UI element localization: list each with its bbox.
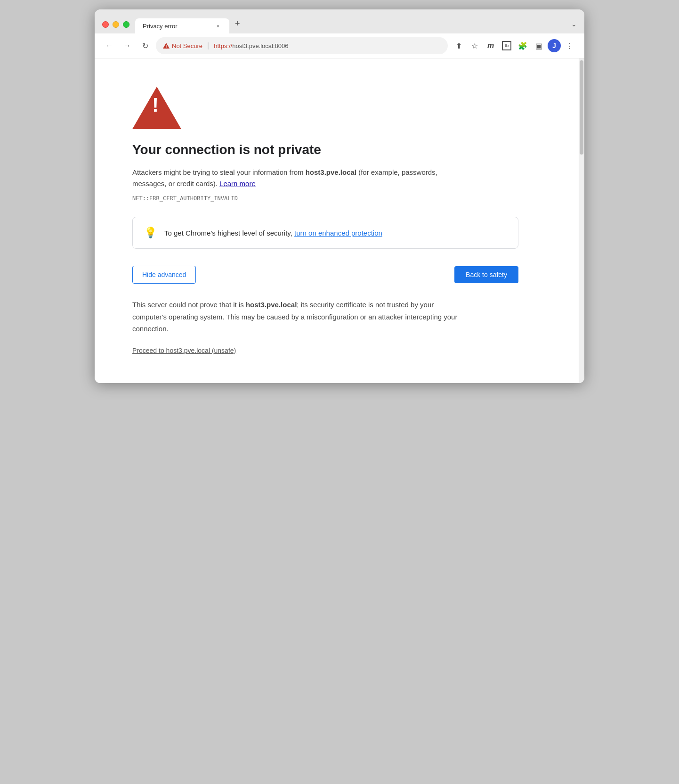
error-desc-prefix: Attackers might be trying to steal your …: [132, 168, 306, 176]
profile-avatar[interactable]: J: [548, 39, 561, 52]
lightbulb-icon: 💡: [144, 227, 157, 239]
security-tip-box: 💡 To get Chrome's highest level of secur…: [132, 217, 518, 249]
tb-icon: tb: [502, 41, 511, 50]
bookmark-icon: ☆: [471, 41, 478, 50]
navigation-bar: ← → ↻ ! Not Secure | https://host3.pve.l…: [95, 33, 584, 58]
page-content: Your connection is not private Attackers…: [95, 58, 584, 383]
sidebar-icon: ▣: [535, 41, 542, 50]
extensions-button[interactable]: 🧩: [516, 39, 530, 53]
security-tip-text: To get Chrome's highest level of securit…: [164, 229, 382, 237]
nav-icons: ⬆ ☆ m tb 🧩 ▣ J ⋮: [452, 39, 577, 53]
tab-bar: Privacy error × + ⌄: [135, 15, 577, 33]
traffic-lights: [102, 21, 129, 33]
bookmark-button[interactable]: ☆: [468, 39, 482, 53]
error-description: Attackers might be trying to steal your …: [132, 167, 462, 189]
url-port: :8006: [273, 42, 289, 49]
mercury-extension-button[interactable]: m: [484, 39, 498, 53]
enhanced-protection-link[interactable]: turn on enhanced protection: [294, 229, 382, 237]
new-tab-button[interactable]: +: [229, 15, 246, 33]
error-heading: Your connection is not private: [132, 142, 547, 157]
security-indicator: ! Not Secure: [162, 42, 202, 49]
more-options-button[interactable]: ⋮: [563, 39, 577, 53]
error-desc-host: host3.pve.local: [306, 168, 356, 176]
m-icon: m: [487, 41, 494, 50]
warning-triangle-icon: !: [162, 42, 170, 49]
refresh-button[interactable]: ↻: [138, 39, 152, 53]
back-to-safety-button[interactable]: Back to safety: [454, 266, 518, 283]
error-code: NET::ERR_CERT_AUTHORITY_INVALID: [132, 195, 547, 202]
advanced-description: This server could not prove that it is h…: [132, 299, 462, 335]
tab-title: Privacy error: [143, 23, 210, 30]
maximize-button[interactable]: [123, 21, 129, 28]
forward-arrow-icon: →: [123, 41, 131, 50]
minimize-button[interactable]: [113, 21, 119, 28]
tab-close-button[interactable]: ×: [214, 22, 222, 30]
security-tip-prefix: To get Chrome's highest level of securit…: [164, 229, 294, 237]
refresh-icon: ↻: [142, 41, 148, 50]
proceed-link[interactable]: Proceed to host3.pve.local (unsafe): [132, 347, 236, 354]
url-host: host3.pve.local: [232, 42, 273, 49]
active-tab[interactable]: Privacy error ×: [135, 18, 229, 33]
url-strikethrough: https://: [214, 42, 232, 49]
profile-initial: J: [552, 42, 556, 49]
address-bar[interactable]: ! Not Secure | https://host3.pve.local:8…: [156, 37, 448, 54]
hide-advanced-button[interactable]: Hide advanced: [132, 266, 196, 284]
address-divider: |: [207, 41, 209, 50]
more-icon: ⋮: [566, 41, 574, 50]
scrollbar[interactable]: [579, 58, 584, 383]
share-icon: ⬆: [456, 41, 462, 50]
learn-more-link[interactable]: Learn more: [219, 180, 256, 188]
advanced-text-prefix: This server could not prove that it is: [132, 301, 246, 309]
url-scheme: https://host3.pve.local:8006: [214, 42, 288, 49]
back-nav-button[interactable]: ←: [102, 39, 116, 53]
title-bar: Privacy error × + ⌄: [95, 9, 584, 33]
sidebar-button[interactable]: ▣: [532, 39, 546, 53]
scrollbar-thumb[interactable]: [580, 60, 583, 155]
action-buttons: Hide advanced Back to safety: [132, 266, 518, 284]
large-warning-icon: [132, 87, 181, 129]
close-button[interactable]: [102, 21, 109, 28]
puzzle-icon: 🧩: [518, 41, 527, 50]
tb-extension-button[interactable]: tb: [500, 39, 514, 53]
share-button[interactable]: ⬆: [452, 39, 466, 53]
error-icon: [132, 87, 547, 131]
back-arrow-icon: ←: [105, 41, 113, 50]
not-secure-label: Not Secure: [172, 42, 202, 49]
browser-window: Privacy error × + ⌄ ← → ↻ ! Not Secure: [95, 9, 584, 383]
forward-nav-button[interactable]: →: [120, 39, 134, 53]
advanced-text-host: host3.pve.local: [246, 301, 297, 309]
svg-text:!: !: [166, 44, 167, 49]
tab-dropdown-button[interactable]: ⌄: [571, 20, 577, 33]
